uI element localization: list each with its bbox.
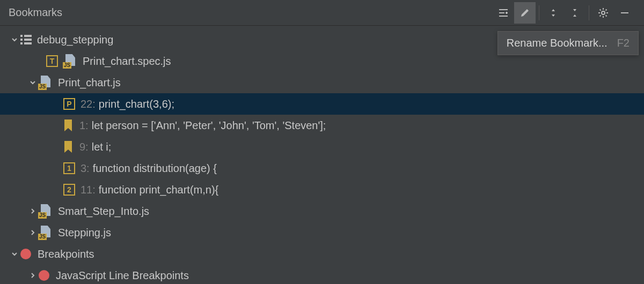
tree-node-smart-step[interactable]: JS Smart_Step_Into.js — [0, 200, 644, 222]
chevron-down-icon[interactable] — [9, 34, 20, 46]
gear-icon — [598, 8, 609, 18]
collapse-all-button[interactable] — [564, 2, 586, 24]
js-file-icon: JS — [39, 204, 53, 218]
rename-tooltip: Rename Bookmark... F2 — [497, 31, 639, 55]
line-number: 3: — [80, 162, 90, 175]
pencil-icon — [519, 8, 530, 18]
bookmark-code: let person = ['Ann', 'Peter', 'John', 'T… — [92, 119, 326, 132]
tree-node-stepping[interactable]: JS Stepping.js — [0, 222, 644, 243]
root-label: debug_stepping — [37, 34, 113, 46]
line-number: 9: — [79, 141, 89, 153]
svg-point-0 — [602, 11, 605, 14]
file-name: Stepping.js — [58, 227, 111, 239]
bookmark-row[interactable]: P 22: print_chart(3,6); — [0, 93, 644, 115]
tooltip-shortcut: F2 — [617, 37, 630, 49]
bookmark-icon — [63, 119, 73, 131]
mnemonic-badge: 1 — [63, 162, 75, 174]
line-number: 1: — [79, 119, 89, 132]
bookmark-code: print_chart(3,6); — [99, 98, 174, 110]
chevron-right-icon[interactable] — [27, 205, 39, 217]
file-name: Print_chart.js — [58, 77, 121, 89]
js-file-icon: JS — [39, 76, 53, 89]
mnemonic-badge: T — [46, 55, 58, 67]
panel-titlebar: Bookmarks — [0, 0, 644, 26]
mnemonic-badge: 2 — [63, 184, 75, 196]
bookmark-row[interactable]: 9: let i; — [0, 136, 644, 158]
breakpoint-icon — [20, 249, 31, 259]
tree-node-chart-file[interactable]: JS Print_chart.js — [0, 72, 644, 93]
bookmark-row[interactable]: 2 11: function print_chart(m,n){ — [0, 179, 644, 200]
toolbar-separator — [539, 5, 539, 20]
edit-button[interactable] — [514, 2, 536, 24]
js-breakpoints-label: JavaScript Line Breakpoints — [56, 270, 189, 282]
toolbar-separator — [589, 5, 589, 20]
chevron-right-icon[interactable] — [27, 270, 39, 281]
tooltip-label: Rename Bookmark... — [507, 37, 608, 49]
filter-button[interactable] — [493, 2, 514, 24]
line-number: 22: — [80, 98, 96, 110]
breakpoint-icon — [39, 270, 49, 281]
bookmark-code: function print_chart(m,n){ — [99, 184, 218, 196]
list-icon — [20, 35, 32, 44]
mnemonic-badge: P — [63, 98, 75, 110]
tree-node-breakpoints[interactable]: Breakpoints — [0, 243, 644, 265]
file-name: Smart_Step_Into.js — [58, 205, 149, 218]
minimize-button[interactable] — [614, 2, 635, 24]
filter-icon — [498, 8, 509, 18]
line-number: 11: — [80, 184, 96, 196]
panel-title: Bookmarks — [9, 6, 62, 19]
chevron-down-icon[interactable] — [27, 77, 39, 88]
bookmark-row[interactable]: 1 3: function distribution(age) { — [0, 158, 644, 179]
chevron-down-icon[interactable] — [9, 248, 20, 260]
collapse-all-icon — [569, 8, 580, 18]
toolbar — [493, 2, 635, 24]
bookmark-code: function distribution(age) { — [93, 162, 217, 175]
tree-node-js-breakpoints[interactable]: JavaScript Line Breakpoints — [0, 265, 644, 284]
bookmark-code: let i; — [92, 141, 112, 153]
file-name: Print_chart.spec.js — [83, 55, 171, 68]
bookmarks-tree[interactable]: debug_stepping T JS Print_chart.spec.js … — [0, 26, 644, 284]
settings-button[interactable] — [592, 2, 614, 24]
chevron-right-icon[interactable] — [27, 227, 39, 238]
bookmark-row[interactable]: 1: let person = ['Ann', 'Peter', 'John',… — [0, 115, 644, 136]
bookmark-icon — [63, 141, 73, 153]
js-file-icon: JS — [39, 226, 53, 240]
js-file-icon: JS — [63, 54, 77, 68]
expand-all-button[interactable] — [543, 2, 564, 24]
expand-all-icon — [548, 8, 559, 18]
breakpoints-label: Breakpoints — [38, 248, 94, 260]
minimize-icon — [619, 8, 630, 18]
